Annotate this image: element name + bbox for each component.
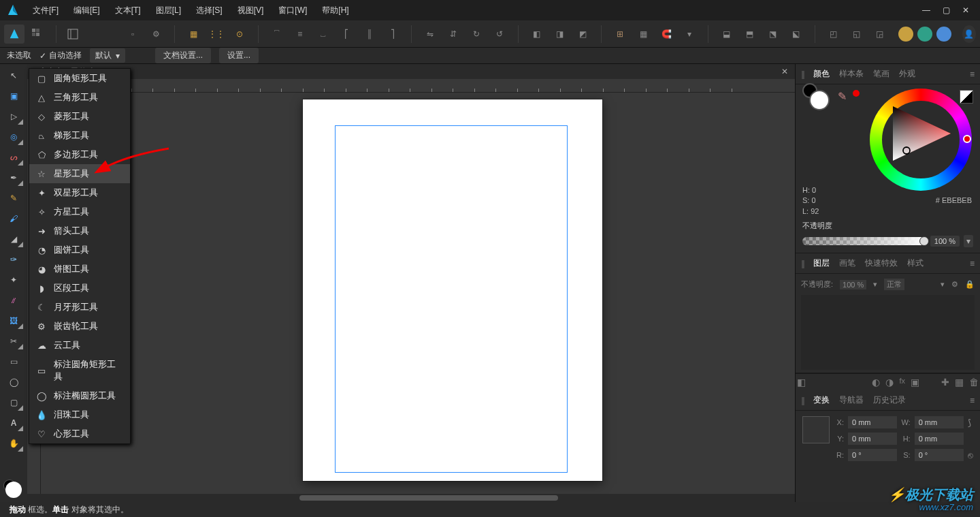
shape-tool-option[interactable]: ⚙嵌齿轮工具 <box>29 317 130 336</box>
minimize-icon[interactable]: — <box>922 5 930 15</box>
shape-tool-option[interactable]: ☾月牙形工具 <box>29 298 130 317</box>
fx-icon[interactable]: fx <box>899 377 905 388</box>
contour-tool-icon[interactable]: ◎ <box>3 128 24 146</box>
rotate-ccw-icon[interactable]: ↺ <box>489 25 510 44</box>
chevron-down-icon[interactable]: ▾ <box>941 280 945 289</box>
layers-tab[interactable]: 图层 <box>812 256 831 270</box>
crop-to-canvas-icon[interactable]: ▣ <box>911 377 919 388</box>
panel-menu-icon[interactable]: ≡ <box>970 259 975 268</box>
styles-tab[interactable]: 样式 <box>906 256 925 270</box>
fx-icon[interactable]: ⚙ <box>951 280 958 289</box>
eyedropper-tool-icon[interactable]: ✑ <box>3 251 24 268</box>
boolean-intersect-icon[interactable]: ◩ <box>572 25 593 44</box>
shape-tool-option[interactable]: ▢圆角矩形工具 <box>29 69 130 88</box>
media-tool-icon[interactable]: 🖼 <box>3 312 24 330</box>
document-setup-button[interactable]: 文档设置... <box>155 48 211 63</box>
menu-layer[interactable]: 图层[L] <box>149 2 188 19</box>
spray-tool-icon[interactable]: ✦ <box>3 271 24 289</box>
menu-view[interactable]: 视图[V] <box>231 2 271 19</box>
rectangle-tool-icon[interactable]: ▭ <box>3 353 24 371</box>
insert-inside-icon[interactable]: ◱ <box>847 25 867 44</box>
appearance-tab[interactable]: 外观 <box>898 67 917 81</box>
tabs-close-all-icon[interactable]: ✕ <box>781 67 795 76</box>
flip-h-icon[interactable]: ⇋ <box>420 25 440 44</box>
mask-icon[interactable]: ◧ <box>797 377 806 388</box>
y-value[interactable]: 0 mm <box>848 433 897 445</box>
ellipse-tool-icon[interactable]: ◯ <box>3 373 24 391</box>
maximize-icon[interactable]: ▢ <box>943 5 950 15</box>
gradient-tool-icon[interactable]: ⫽ <box>3 292 24 309</box>
stroke-tab[interactable]: 笔画 <box>872 67 891 81</box>
shape-tool-option[interactable]: ♡心形工具 <box>29 424 130 443</box>
adjustment-icon[interactable]: ◐ <box>872 377 880 388</box>
menu-edit[interactable]: 编辑[E] <box>67 2 107 19</box>
fill-stroke-swatch[interactable] <box>5 482 22 498</box>
menu-select[interactable]: 选择[S] <box>189 2 229 19</box>
shape-tool-option[interactable]: ✧方星工具 <box>29 202 130 221</box>
account-icon[interactable]: 👤 <box>962 25 976 43</box>
aspect-lock-icon[interactable]: ⎋ <box>968 450 973 460</box>
auto-select-check-icon[interactable]: ✓ <box>39 51 46 61</box>
brush-tool-icon[interactable]: 🖌 <box>3 210 24 228</box>
new-doc-icon[interactable]: ▫ <box>122 25 143 44</box>
shape-tool-option[interactable]: ◗区段工具 <box>29 279 130 298</box>
order-forward-icon[interactable]: ⬔ <box>763 25 783 44</box>
shape-tool-option[interactable]: ☁云工具 <box>29 336 130 355</box>
snap-grid-icon[interactable]: ▦ <box>183 25 203 44</box>
boolean-sub-icon[interactable]: ◨ <box>549 25 570 44</box>
align-middle-icon[interactable]: ≡ <box>290 25 310 44</box>
swatches-tab[interactable]: 样本条 <box>838 67 865 81</box>
x-value[interactable]: 0 mm <box>848 416 897 428</box>
persona-designer-icon[interactable] <box>898 27 913 42</box>
persona-pixel-icon[interactable] <box>917 27 932 42</box>
s-value[interactable]: 0 ° <box>915 449 964 461</box>
boolean-add-icon[interactable]: ◧ <box>526 25 546 44</box>
text-tool-icon[interactable]: A <box>3 414 24 432</box>
order-front-icon[interactable]: ⬕ <box>786 25 806 44</box>
horizontal-scrollbar[interactable] <box>27 494 795 502</box>
menu-help[interactable]: 帮助[H] <box>315 2 355 19</box>
shape-tool-option[interactable]: ◇菱形工具 <box>29 107 130 126</box>
r-value[interactable]: 0 ° <box>848 449 897 461</box>
ruler-toggle-icon[interactable]: ⊞ <box>610 25 630 44</box>
chevron-down-icon[interactable]: ▾ <box>873 280 877 289</box>
shape-tool-option[interactable]: ◕饼图工具 <box>29 260 130 279</box>
w-value[interactable]: 0 mm <box>915 416 964 428</box>
shape-tool-option[interactable]: ▭标注圆角矩形工具 <box>29 355 130 386</box>
shape-tool-icon[interactable]: ▢ <box>3 394 24 411</box>
grid-toggle-icon[interactable]: ▦ <box>633 25 653 44</box>
color-tab[interactable]: 颜色 <box>812 67 831 81</box>
history-tab[interactable]: 历史记录 <box>872 393 907 407</box>
shape-tool-option[interactable]: 💧泪珠工具 <box>29 405 130 424</box>
shape-tool-option[interactable]: ⬠多边形工具 <box>29 145 130 164</box>
prefs-gear-icon[interactable]: ⚙ <box>146 25 166 44</box>
shape-tool-option[interactable]: ◔圆饼工具 <box>29 240 130 260</box>
flip-v-icon[interactable]: ⇵ <box>443 25 463 44</box>
studio-layout-icon[interactable] <box>65 25 80 44</box>
menu-file[interactable]: 文件[F] <box>26 2 65 19</box>
shape-tool-option[interactable]: ☆星形工具 <box>29 164 130 183</box>
live-filter-icon[interactable]: ◑ <box>885 377 894 388</box>
pencil-tool-icon[interactable]: ✎ <box>3 189 24 207</box>
order-backward-icon[interactable]: ⬒ <box>740 25 760 44</box>
artboard-tool-icon[interactable]: ▣ <box>3 87 24 105</box>
snap-objects-icon[interactable]: ⊙ <box>229 25 250 44</box>
layers-list[interactable] <box>801 295 975 370</box>
size-lock-icon[interactable]: ⟆ <box>968 418 973 428</box>
close-icon[interactable]: ✕ <box>962 5 969 15</box>
pen-tool-icon[interactable]: ✒ <box>3 169 24 187</box>
shape-tool-option[interactable]: ⏢梯形工具 <box>29 126 130 145</box>
effects-tab[interactable]: 快速特效 <box>864 256 899 270</box>
brushes-tab[interactable]: 画笔 <box>838 256 857 270</box>
fill-tool-icon[interactable]: ◢ <box>3 230 24 248</box>
corner-tool-icon[interactable]: ᔕ <box>3 148 24 166</box>
hex-value[interactable]: EBEBEB <box>942 196 972 204</box>
opacity-dropdown-icon[interactable]: ▾ <box>964 235 973 247</box>
align-top-icon[interactable]: ⎴ <box>267 25 287 44</box>
canvas[interactable] <box>41 93 795 494</box>
opacity-slider[interactable] <box>802 237 926 245</box>
navigator-tab[interactable]: 导航器 <box>838 393 865 407</box>
app-mode-pixel-icon[interactable] <box>27 25 48 44</box>
panel-menu-icon[interactable]: ≡ <box>970 69 975 79</box>
hand-tool-icon[interactable]: ✋ <box>3 435 24 452</box>
